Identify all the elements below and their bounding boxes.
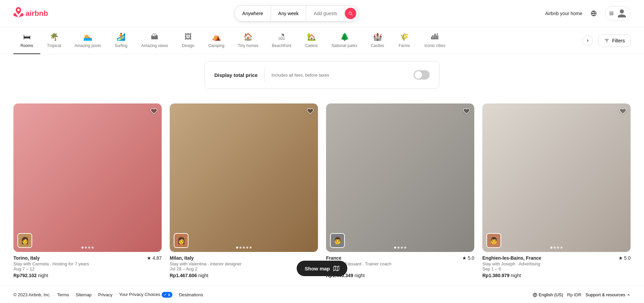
add-guests-button[interactable]: Add guests — [306, 6, 345, 21]
show-map-label: Show map — [305, 266, 330, 271]
category-item-amazing_pools[interactable]: 🏊 Amazing pools — [68, 27, 108, 54]
dot — [404, 247, 406, 249]
footer-language-button[interactable]: English (US) — [533, 292, 563, 297]
listing-host: Stay with Valentina · Interior designer — [170, 261, 318, 266]
search-submit-button[interactable] — [345, 8, 356, 19]
category-item-national_parks[interactable]: 🌲 National parks — [325, 27, 364, 54]
footer-privacy[interactable]: Privacy — [98, 292, 113, 297]
category-icon-design: 🖼 — [184, 33, 192, 41]
listing-card[interactable]: 👩 Milan, Italy Stay with Valentina · Int… — [170, 103, 318, 278]
any-week-button[interactable]: Any week — [271, 6, 307, 21]
category-icon-beachfront: 🏖 — [278, 33, 285, 41]
listing-title-row: Torino, Italy ★ 4.87 — [13, 255, 162, 261]
airbnb-home-link[interactable]: Airbnb your home — [545, 11, 582, 16]
category-item-tiny_homes[interactable]: 🏠 Tiny homes — [231, 27, 265, 54]
dot — [236, 247, 238, 249]
category-label-amazing_views: Amazing views — [141, 43, 168, 48]
listing-host: Stay with Joseph · Advertising — [482, 261, 631, 266]
footer-support-label: Support & resources — [585, 292, 625, 297]
listing-price: Rp792.102 night — [13, 273, 162, 278]
footer-sitemap[interactable]: Sitemap — [75, 292, 92, 297]
listing-card[interactable]: 👨 France ★ 5.0 Stay with Edouard · Train… — [326, 103, 474, 278]
price-banner-subtitle: Includes all fees, before taxes — [271, 72, 414, 78]
dot-indicators — [236, 247, 252, 249]
category-item-amazing_views[interactable]: 🏔 Amazing views — [135, 27, 175, 54]
listing-price: Rp1.467.606 night — [170, 273, 318, 278]
category-nav: 🛏 Rooms 🌴 Tropical 🏊 Amazing pools 🏄 Sur… — [0, 27, 644, 54]
dot — [401, 247, 403, 249]
category-label-castles: Castles — [371, 43, 384, 48]
wishlist-button[interactable] — [463, 107, 470, 117]
category-item-castles[interactable]: 🏰 Castles — [364, 27, 391, 54]
category-item-surfing[interactable]: 🏄 Surfing — [108, 27, 135, 54]
listing-price: Rp1.380.979 night — [482, 273, 631, 278]
category-next-button[interactable] — [582, 35, 593, 46]
price-toggle[interactable] — [414, 70, 430, 80]
category-item-farms[interactable]: 🌾 Farms — [391, 27, 418, 54]
user-menu-button[interactable] — [605, 6, 631, 21]
listing-image — [13, 103, 162, 252]
category-item-camping[interactable]: ⛺ Camping — [202, 27, 231, 54]
host-avatar: 👩 — [174, 233, 189, 248]
search-bar: Anywhere Any week Add guests — [234, 5, 359, 21]
category-icon-farms: 🌾 — [400, 33, 409, 41]
category-icon-camping: ⛺ — [212, 33, 221, 41]
footer-support-button[interactable]: Support & resources — [585, 292, 631, 297]
footer-terms[interactable]: Terms — [57, 292, 69, 297]
listing-host: Stay with Edouard · Trainer coach — [326, 261, 474, 266]
listing-dates: Jul 28 – Aug 2 — [170, 266, 318, 271]
category-item-design[interactable]: 🖼 Design — [175, 27, 202, 54]
listing-image-wrap: 👨 — [326, 103, 474, 252]
listing-image-wrap: 👨 — [482, 103, 631, 252]
category-icon-cabins: 🏡 — [307, 33, 316, 41]
footer-destinations[interactable]: Destinations — [179, 292, 203, 297]
price-banner-title: Display total price — [214, 72, 258, 78]
category-item-beachfront[interactable]: 🏖 Beachfront — [265, 27, 298, 54]
wishlist-button[interactable] — [150, 107, 158, 117]
dot — [85, 247, 87, 249]
wishlist-button[interactable] — [619, 107, 627, 117]
listing-rating: ★ 5.0 — [619, 255, 631, 261]
toggle-slider — [414, 70, 430, 80]
listing-info: Torino, Italy ★ 4.87 Stay with Carmela ·… — [13, 255, 162, 278]
category-label-camping: Camping — [208, 43, 224, 48]
language-globe-button[interactable] — [588, 7, 600, 19]
footer-privacy-choices[interactable]: Your Privacy Choices ✓X — [119, 292, 172, 298]
category-label-rooms: Rooms — [20, 43, 33, 48]
dot — [239, 247, 241, 249]
listings-grid: 👩 Torino, Italy ★ 4.87 Stay with Carmela… — [0, 95, 644, 286]
category-item-rooms[interactable]: 🛏 Rooms — [13, 27, 40, 54]
category-item-cabins[interactable]: 🏡 Cabins — [298, 27, 325, 54]
header: airbnb Anywhere Any week Add guests Airb… — [0, 0, 644, 27]
anywhere-button[interactable]: Anywhere — [235, 6, 271, 21]
category-icon-national_parks: 🌲 — [340, 33, 349, 41]
listing-card[interactable]: 👩 Torino, Italy ★ 4.87 Stay with Carmela… — [13, 103, 162, 278]
listing-rating: ★ 4.87 — [147, 255, 162, 261]
listing-image — [326, 103, 474, 252]
footer-copyright: © 2023 Airbnb, Inc. — [13, 292, 51, 297]
dot — [550, 247, 552, 249]
listing-image — [170, 103, 318, 252]
host-avatar: 👩 — [17, 233, 32, 248]
category-label-design: Design — [182, 43, 194, 48]
filters-label: Filters — [612, 38, 625, 43]
listing-card[interactable]: 👨 Enghien-les-Bains, France ★ 5.0 Stay w… — [482, 103, 631, 278]
category-icon-tiny_homes: 🏠 — [244, 33, 253, 41]
wishlist-button[interactable] — [307, 107, 314, 117]
dot — [82, 247, 84, 249]
footer: © 2023 Airbnb, Inc. · Terms · Sitemap · … — [0, 286, 644, 303]
category-item-iconic_cities[interactable]: 🏙 Iconic cities — [418, 27, 452, 54]
category-icon-rooms: 🛏 — [23, 33, 31, 41]
listing-info: France ★ 5.0 Stay with Edouard · Trainer… — [326, 255, 474, 278]
category-label-farms: Farms — [398, 43, 410, 48]
show-map-button[interactable]: Show map — [297, 261, 347, 276]
dot — [394, 247, 396, 249]
logo[interactable]: airbnb — [13, 7, 48, 20]
price-banner-left: Display total price — [214, 72, 258, 78]
filters-button[interactable]: Filters — [598, 34, 631, 47]
dot-indicators — [550, 247, 562, 249]
host-avatar: 👨 — [330, 233, 345, 248]
category-item-tropical[interactable]: 🌴 Tropical — [40, 27, 68, 54]
dot — [250, 247, 252, 249]
listing-title-row: France ★ 5.0 — [326, 255, 474, 261]
